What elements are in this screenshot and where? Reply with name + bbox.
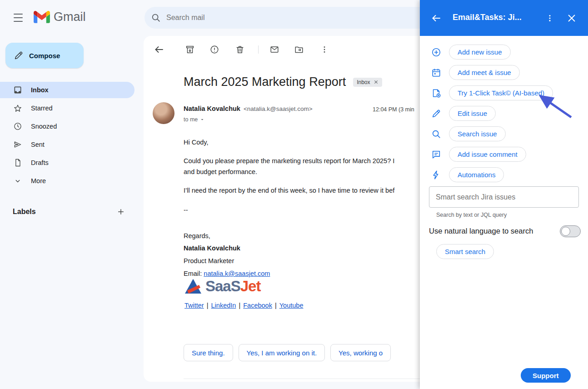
- youtube-link[interactable]: Youtube: [279, 302, 304, 309]
- smart-search-button[interactable]: Smart search: [436, 244, 494, 259]
- link-separator: |: [239, 302, 240, 309]
- send-icon: [13, 140, 23, 150]
- panel-title: Email&Tasks: Ji...: [453, 13, 522, 22]
- report-spam-icon[interactable]: [209, 44, 220, 55]
- action-row: Add new issue: [420, 42, 588, 62]
- sidebar-item-inbox[interactable]: Inbox: [0, 82, 135, 98]
- mark-unread-icon[interactable]: [269, 44, 280, 55]
- edit-issue-button[interactable]: Edit issue: [449, 106, 496, 121]
- delete-icon[interactable]: [234, 44, 245, 55]
- add-label-button[interactable]: [115, 205, 127, 218]
- compose-button[interactable]: Compose: [5, 43, 84, 68]
- to-me-label: to me: [184, 116, 198, 123]
- action-row: Add meet & issue: [420, 62, 588, 83]
- brand-jet: Jet: [240, 278, 261, 294]
- body-paragraph: Could you please prepare the marketing r…: [184, 157, 394, 165]
- natural-language-label: Use natural language to search: [429, 227, 533, 235]
- toolbar-divider: [258, 45, 259, 54]
- search-icon: [151, 13, 161, 23]
- search-issue-button[interactable]: Search issue: [449, 126, 506, 141]
- signature-name: Natalia Kovalchuk: [184, 244, 240, 252]
- linkedin-link[interactable]: LinkedIn: [211, 302, 236, 309]
- clock-icon: [13, 121, 23, 131]
- automations-button[interactable]: Automations: [449, 167, 504, 182]
- sidebar-item-label: Drafts: [31, 159, 49, 166]
- signature-separator: --: [184, 206, 188, 214]
- natural-language-toggle[interactable]: [560, 225, 581, 237]
- facebook-link[interactable]: Facebook: [243, 302, 272, 309]
- add-new-issue-button[interactable]: Add new issue: [449, 45, 511, 60]
- link-separator: |: [275, 302, 277, 309]
- gmail-wordmark: Gmail: [54, 10, 86, 24]
- action-row: Automations: [420, 165, 588, 185]
- pencil-icon: [431, 108, 442, 119]
- hamburger-menu-icon[interactable]: [12, 12, 25, 23]
- action-row: Edit issue: [420, 103, 588, 124]
- plus-circle-icon: [431, 47, 442, 58]
- recipient-toggle[interactable]: to me: [184, 116, 205, 123]
- chevron-down-icon: [199, 117, 205, 122]
- inbox-chip-text: Inbox: [357, 79, 370, 85]
- toggle-knob: [561, 227, 570, 236]
- labels-section: Labels: [13, 205, 127, 218]
- sidebar-nav: Inbox Starred Snoozed Sent Drafts: [0, 82, 135, 191]
- search-bar[interactable]: [145, 7, 435, 29]
- smart-reply-chip[interactable]: Sure thing.: [184, 344, 233, 361]
- panel-back-icon[interactable]: [430, 12, 443, 25]
- panel-header: Email&Tasks: Ji...: [420, 0, 588, 36]
- signature-email-row: Email: natalia.k@saasjet.com: [184, 270, 270, 277]
- signature-role: Product Marketer: [184, 257, 234, 264]
- comment-icon: [431, 149, 442, 160]
- social-links: Twitter | LinkedIn | Facebook | Youtube: [184, 302, 304, 309]
- gmail-logo: Gmail: [34, 10, 86, 24]
- sidebar-item-label: Starred: [31, 105, 53, 112]
- smart-reply-chip[interactable]: Yes, I am working on it.: [239, 344, 325, 361]
- body-paragraph: and budget performance.: [184, 168, 257, 175]
- move-to-icon[interactable]: [294, 44, 304, 55]
- archive-icon[interactable]: [184, 44, 195, 55]
- saasjet-mark-icon: [184, 278, 203, 295]
- brand-saas: SaaS: [205, 278, 240, 294]
- panel-close-icon[interactable]: [565, 12, 578, 25]
- task-add-icon: [431, 88, 442, 99]
- saasjet-logo: SaaSJet: [184, 278, 260, 295]
- add-meet-issue-button[interactable]: Add meet & issue: [449, 65, 520, 80]
- search-input[interactable]: [166, 14, 384, 22]
- calendar-icon: [431, 67, 442, 78]
- labels-header: Labels: [13, 208, 36, 216]
- sidebar-item-label: Snoozed: [31, 123, 57, 130]
- signature-email-link[interactable]: natalia.k@saasjet.com: [204, 270, 270, 277]
- sidebar-item-snoozed[interactable]: Snoozed: [0, 118, 135, 135]
- search-icon: [431, 129, 442, 140]
- compose-label: Compose: [29, 52, 60, 60]
- sidebar-item-drafts[interactable]: Drafts: [0, 155, 135, 171]
- chip-close-icon[interactable]: [374, 80, 379, 85]
- add-issue-comment-button[interactable]: Add issue comment: [449, 147, 526, 162]
- twitter-link[interactable]: Twitter: [184, 302, 204, 309]
- sidebar-item-label: Inbox: [31, 86, 49, 94]
- pencil-icon: [14, 50, 24, 60]
- sender-email: <natalia.k@saasjet.com>: [244, 105, 313, 112]
- more-options-icon[interactable]: [319, 44, 330, 55]
- sender-name: Natalia Kovalchuk: [184, 105, 240, 112]
- try-one-click-task-button[interactable]: Try 1-Click Task© (AI-based): [449, 85, 553, 100]
- smart-reply-chip[interactable]: Yes, working o: [330, 344, 391, 361]
- action-row: Search issue: [420, 124, 588, 144]
- support-button[interactable]: Support: [521, 368, 571, 383]
- link-separator: |: [207, 302, 209, 309]
- automation-lightning-icon: [431, 170, 442, 180]
- star-icon: [13, 103, 23, 113]
- sender-avatar[interactable]: [153, 102, 174, 124]
- sidebar-item-sent[interactable]: Sent: [0, 136, 135, 153]
- jira-search-input[interactable]: [429, 186, 579, 208]
- panel-menu-icon[interactable]: [543, 12, 556, 25]
- inbox-icon: [13, 85, 23, 95]
- search-helper-text: Search by text or JQL query: [436, 212, 507, 218]
- email-label: Email:: [184, 270, 202, 277]
- sidebar-item-more[interactable]: More: [0, 173, 135, 189]
- sidebar-item-label: Sent: [31, 141, 45, 148]
- back-icon[interactable]: [154, 44, 164, 55]
- inbox-label-chip[interactable]: Inbox: [353, 78, 382, 87]
- jira-extension-panel: Email&Tasks: Ji... Add new issue Add mee…: [420, 0, 588, 389]
- sidebar-item-starred[interactable]: Starred: [0, 100, 135, 116]
